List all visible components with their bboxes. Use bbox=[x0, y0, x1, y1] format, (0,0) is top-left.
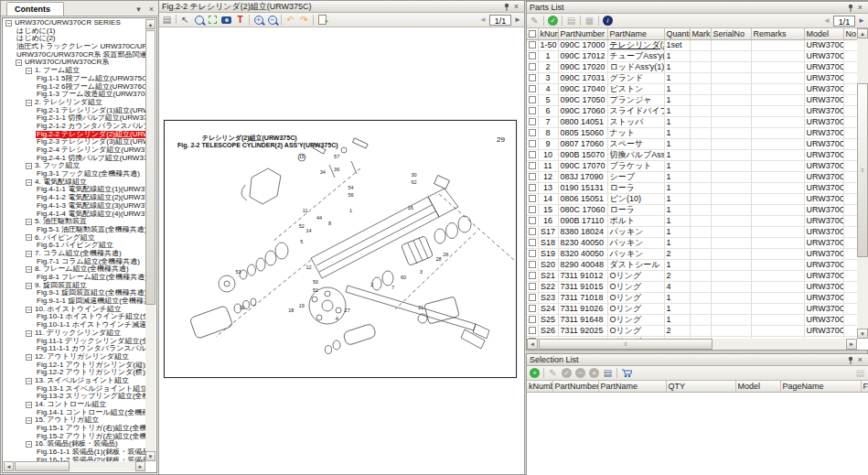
scroll-left-icon[interactable]: ◄ bbox=[527, 339, 538, 350]
scroll-thumb[interactable]: ≡ bbox=[539, 339, 713, 350]
export-icon[interactable] bbox=[316, 14, 328, 26]
table-row[interactable]: 3090C 17031グランド1URW370C/U... bbox=[527, 72, 857, 83]
table-row[interactable]: 70800 14051ストッパ1URW370C/U... bbox=[527, 116, 857, 127]
tree-horizontal-scrollbar[interactable]: ◄ ► bbox=[4, 461, 145, 471]
column-header[interactable]: PartNumber bbox=[552, 381, 598, 392]
tree-item[interactable]: Fig.2-1 テレシリンダ(1)組立(URW375C) bbox=[4, 107, 145, 115]
tree-item[interactable]: −15. アウトリガ組立 bbox=[4, 416, 145, 425]
column-header[interactable]: PartName bbox=[607, 28, 664, 39]
tree-item[interactable]: はじめに(1) bbox=[4, 27, 145, 36]
row-checkbox[interactable] bbox=[529, 283, 536, 290]
table-row[interactable]: 2090C 17020ロッドAss'y(1)1URW370C/U... bbox=[527, 61, 857, 72]
tree-item[interactable]: −9. 旋回装置組立 bbox=[4, 282, 145, 290]
tree-item[interactable]: −2. テレシリンダ組立 bbox=[4, 99, 145, 107]
collapse-icon[interactable]: − bbox=[26, 163, 32, 169]
tree-item[interactable]: −13. スイベルジョイント組立 bbox=[4, 377, 145, 385]
row-checkbox[interactable] bbox=[529, 129, 536, 136]
tree-item[interactable]: Fig.1-2 6段ブーム組立(URW376C系) bbox=[4, 83, 145, 92]
scroll-up-icon[interactable]: ▲ bbox=[857, 28, 868, 38]
ok-icon[interactable]: ✓ bbox=[561, 367, 573, 379]
collapse-icon[interactable]: − bbox=[26, 68, 32, 74]
close-icon[interactable]: × bbox=[146, 4, 156, 14]
tree-item[interactable]: Fig.2-3 テレシリンダ(3)組立(URW375C) bbox=[4, 138, 145, 146]
scroll-thumb[interactable] bbox=[15, 461, 70, 471]
tree-item[interactable]: Fig.3-1 フック組立(全機種共通) bbox=[4, 170, 145, 178]
column-header[interactable]: kNumb bbox=[538, 28, 558, 39]
column-header[interactable]: FigName bbox=[861, 381, 868, 392]
row-checkbox[interactable] bbox=[529, 63, 536, 70]
row-checkbox[interactable] bbox=[529, 74, 536, 81]
tree-item[interactable]: −6. パイピング組立 bbox=[4, 234, 145, 243]
collapse-icon[interactable]: − bbox=[26, 179, 32, 186]
row-checkbox[interactable] bbox=[529, 316, 536, 323]
collapse-icon[interactable]: − bbox=[16, 59, 22, 66]
column-header[interactable]: PartNumber bbox=[558, 28, 607, 39]
tree-item[interactable]: −4. 電気配線組立 bbox=[4, 178, 145, 187]
tree-item[interactable]: −16. 装備品(銘板・装備品) bbox=[4, 440, 145, 448]
scroll-up-icon[interactable]: ▲ bbox=[145, 19, 155, 29]
table-row[interactable]: S267311 92025Oリング2URW370C/U... bbox=[527, 325, 857, 336]
table-row[interactable]: S178380 18024パッキン1URW370C/U... bbox=[527, 226, 857, 237]
row-checkbox[interactable] bbox=[529, 261, 536, 268]
table-row[interactable]: S237311 71018Oリング1URW370C/U... bbox=[527, 292, 857, 303]
text-icon[interactable]: T bbox=[234, 14, 246, 26]
table-row[interactable]: 6090C 17060スライドパイプ1URW370C/U... bbox=[527, 105, 857, 116]
scroll-left-icon[interactable]: ◄ bbox=[4, 461, 14, 471]
collapse-icon[interactable]: − bbox=[26, 402, 32, 408]
pin-icon[interactable] bbox=[501, 2, 511, 12]
table-row[interactable]: S247311 91026Oリング1URW370C/U... bbox=[527, 303, 857, 314]
collapse-icon[interactable]: − bbox=[26, 354, 32, 361]
tree-item[interactable]: −11. デリックシリンダ組立 bbox=[4, 329, 145, 338]
tree-item[interactable]: Fig.4-1-4 電気配線組立(4)(URW370C系 bbox=[4, 211, 145, 219]
cart-icon[interactable] bbox=[620, 367, 632, 379]
table-row[interactable]: 12083J 17090シーブ1URW370C/U... bbox=[527, 171, 857, 182]
scroll-down-icon[interactable]: ▼ bbox=[857, 329, 868, 339]
tree-item[interactable]: Fig.4-1-2 電気配線組立(2)(URW370C系 bbox=[4, 194, 145, 202]
tree-item[interactable]: Fig.14-1 コントロール組立(全機種共通) bbox=[4, 409, 145, 417]
table-row[interactable]: 5090C 17050プランジャ1URW370C/U... bbox=[527, 94, 857, 105]
cancel-icon[interactable]: × bbox=[588, 367, 600, 379]
row-checkbox[interactable] bbox=[529, 327, 536, 334]
scroll-thumb[interactable] bbox=[145, 30, 155, 305]
column-header[interactable]: Model bbox=[804, 28, 843, 39]
tree-item[interactable]: Fig.10-1 ホイストウインチ組立(全機種共通 bbox=[4, 313, 145, 321]
parts-horizontal-scrollbar[interactable]: ◄ ≡ ► bbox=[527, 339, 857, 350]
close-icon[interactable]: × bbox=[855, 3, 865, 13]
zoom-in-icon[interactable]: + bbox=[252, 14, 264, 26]
collapse-icon[interactable]: − bbox=[5, 20, 12, 27]
tree-item[interactable]: Fig.10-1-1 ホイストウインチ減速機組立(全 bbox=[4, 321, 145, 329]
tree-item[interactable]: Fig.16-1-1 装備品(1)(銘板・装備品) bbox=[4, 448, 145, 457]
copy-icon[interactable]: ▤ bbox=[565, 15, 577, 27]
tree-item[interactable]: Fig.2-1-1 切換バルブ組立(URW375C) bbox=[4, 114, 145, 123]
collapse-icon[interactable]: − bbox=[26, 307, 32, 313]
column-header[interactable]: kNumb bbox=[527, 381, 552, 392]
collapse-icon[interactable]: − bbox=[26, 330, 32, 337]
collapse-icon[interactable]: − bbox=[26, 283, 32, 289]
tree-item[interactable]: Fig.11-1 デリックシリンダ組立(全機種共通) bbox=[4, 338, 145, 346]
tree-item[interactable]: Fig.13-2 スリップリング組立(全機種共通) bbox=[4, 393, 145, 401]
tree-item[interactable]: −12. アウトリガシリンダ組立 bbox=[4, 353, 145, 362]
table-row[interactable]: S227311 91015Oリング4URW370C/U... bbox=[527, 281, 857, 292]
row-checkbox[interactable] bbox=[529, 250, 536, 257]
zoom-window-icon[interactable] bbox=[193, 14, 205, 26]
tree-item[interactable]: −10. ホイストウインチ組立 bbox=[4, 306, 145, 314]
row-checkbox[interactable] bbox=[529, 173, 536, 180]
grid-icon[interactable]: ▦ bbox=[584, 15, 595, 27]
table-row[interactable]: S198320 40050パッキン2URW370C/U... bbox=[527, 248, 857, 259]
table-row[interactable]: S208290 40048ダストシール1URW370C/U... bbox=[527, 259, 857, 270]
tree-item[interactable]: Fig.7-1 コラム組立(全機種共通) bbox=[4, 258, 145, 266]
zoom-out-icon[interactable]: − bbox=[266, 14, 278, 26]
table-row[interactable]: 10090B 15070切換バルブAss'y ...1URW370C/U... bbox=[527, 149, 857, 160]
info-icon[interactable]: i bbox=[602, 15, 614, 27]
tree-vertical-scrollbar[interactable]: ▲ ▼ bbox=[145, 19, 155, 461]
table-row[interactable]: 1090C 17012チューブAss'y(1)1URW370C/U... bbox=[527, 50, 857, 61]
column-header[interactable]: PartName bbox=[598, 381, 666, 392]
collapse-icon[interactable]: − bbox=[26, 251, 32, 257]
edit-icon[interactable]: ✎ bbox=[529, 15, 541, 27]
tree-item[interactable]: Fig.11-1-1 カウンタバランスバルブ組立(CB- bbox=[4, 345, 145, 353]
row-checkbox[interactable] bbox=[529, 305, 536, 312]
tree-item[interactable]: Fig.2-1-2 カウンタバランスバルブ組立(CB-0 bbox=[4, 123, 145, 131]
prev-page-button[interactable]: ◄ bbox=[478, 16, 488, 24]
row-checkbox[interactable] bbox=[529, 41, 536, 49]
tree-item[interactable]: −14. コントロール組立 bbox=[4, 401, 145, 409]
